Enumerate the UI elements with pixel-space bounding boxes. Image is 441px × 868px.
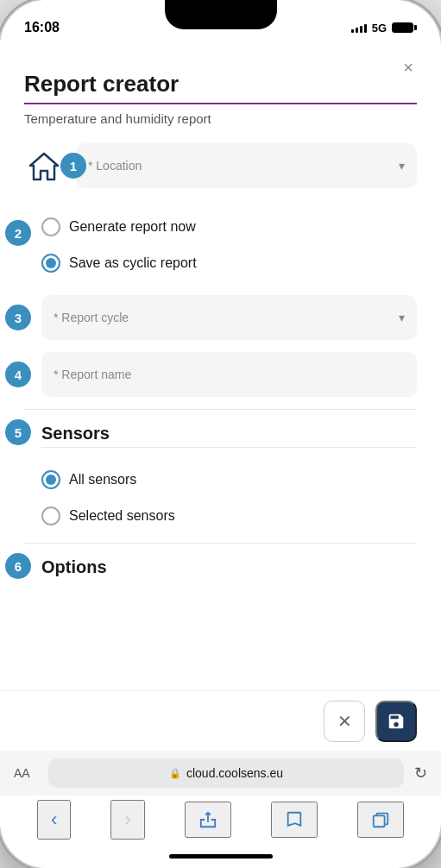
chevron-down-icon: ▾	[399, 311, 405, 324]
status-bar: 16:08 5G	[0, 0, 441, 43]
radio-selected-dot	[46, 258, 56, 268]
bookmarks-button[interactable]	[271, 802, 318, 838]
bottom-nav: ‹ ›	[0, 796, 441, 844]
share-icon	[198, 810, 217, 829]
tabs-button[interactable]	[357, 802, 404, 838]
notch	[165, 0, 277, 29]
url-text: cloud.coolsens.eu	[186, 766, 283, 780]
all-sensors-label: All sensors	[69, 472, 136, 487]
all-sensors-option[interactable]: All sensors	[41, 462, 417, 498]
screen: 16:08 5G × Report creator	[0, 0, 441, 868]
back-icon: ‹	[51, 808, 57, 831]
browser-bar: AA 🔒 cloud.coolsens.eu ↻	[0, 751, 441, 796]
main-content: × Report creator Temperature and humidit…	[0, 43, 441, 690]
location-row: 1 * Location ▾	[24, 143, 417, 188]
badge-3: 3	[5, 305, 31, 330]
options-title: Options	[41, 557, 417, 577]
location-placeholder: * Location	[88, 159, 142, 173]
house-icon	[24, 146, 64, 186]
selected-sensors-label: Selected sensors	[69, 508, 175, 524]
selected-sensors-radio[interactable]	[41, 506, 60, 525]
all-sensors-radio[interactable]	[41, 470, 60, 489]
badge-1: 1	[60, 153, 86, 179]
svg-marker-0	[30, 154, 58, 179]
sensors-section: 5 Sensors All sensors Selected sensors	[24, 424, 417, 534]
network-type: 5G	[372, 22, 387, 35]
report-cycle-dropdown[interactable]: * Report cycle ▾	[41, 295, 417, 340]
badge-2: 2	[5, 220, 31, 246]
location-wrapper: 1 * Location ▾	[76, 143, 417, 188]
home-indicator	[0, 844, 441, 868]
generate-now-option[interactable]: Generate report now	[41, 209, 417, 245]
status-time: 16:08	[24, 20, 60, 35]
bookmarks-icon	[285, 810, 304, 829]
share-button[interactable]	[185, 802, 231, 838]
all-sensors-dot	[46, 475, 56, 485]
report-name-row: 4 * Report name	[24, 352, 417, 397]
generate-now-label: Generate report now	[69, 219, 196, 235]
report-type-section: 2 Generate report now Save as cyclic rep…	[24, 209, 417, 281]
options-section: 6 Options	[24, 557, 417, 577]
divider-1	[24, 409, 417, 410]
save-cyclic-radio[interactable]	[41, 254, 60, 273]
reload-icon[interactable]: ↻	[414, 764, 427, 783]
divider-2	[24, 543, 417, 544]
save-icon	[387, 712, 406, 731]
action-bar: ✕	[0, 690, 441, 751]
browser-aa[interactable]: AA	[14, 766, 38, 780]
report-name-placeholder: * Report name	[54, 368, 131, 381]
home-bar	[169, 854, 273, 859]
battery-icon	[392, 22, 417, 33]
badge-5: 5	[5, 419, 31, 445]
close-button[interactable]: ×	[394, 53, 422, 81]
report-cycle-row: 3 * Report cycle ▾	[24, 295, 417, 340]
report-name-input[interactable]: * Report name	[41, 352, 417, 397]
save-button[interactable]	[375, 701, 417, 742]
title-underline	[24, 103, 417, 104]
cancel-button[interactable]: ✕	[324, 701, 365, 742]
svg-rect-1	[374, 815, 385, 827]
badge-6: 6	[5, 553, 31, 579]
sensors-title: Sensors	[41, 424, 417, 443]
save-cyclic-label: Save as cyclic report	[69, 255, 197, 271]
signal-icon	[351, 22, 367, 33]
forward-button[interactable]: ›	[110, 800, 144, 840]
status-indicators: 5G	[351, 22, 417, 35]
location-dropdown[interactable]: * Location ▾	[76, 143, 417, 188]
forward-icon: ›	[124, 808, 130, 831]
subtitle: Temperature and humidity report	[24, 111, 417, 126]
page-title: Report creator	[24, 71, 417, 97]
badge-4: 4	[5, 362, 31, 387]
chevron-down-icon: ▾	[399, 159, 405, 173]
selected-sensors-option[interactable]: Selected sensors	[41, 498, 417, 534]
back-button[interactable]: ‹	[37, 800, 71, 840]
tabs-icon	[371, 810, 390, 829]
sensors-divider	[41, 447, 417, 448]
generate-now-radio[interactable]	[41, 217, 60, 236]
lock-icon: 🔒	[169, 768, 181, 779]
phone-frame: 16:08 5G × Report creator	[0, 0, 441, 868]
url-bar[interactable]: 🔒 cloud.coolsens.eu	[48, 758, 404, 788]
cancel-icon: ✕	[337, 711, 352, 732]
save-cyclic-option[interactable]: Save as cyclic report	[41, 245, 417, 281]
report-cycle-placeholder: * Report cycle	[54, 311, 129, 324]
